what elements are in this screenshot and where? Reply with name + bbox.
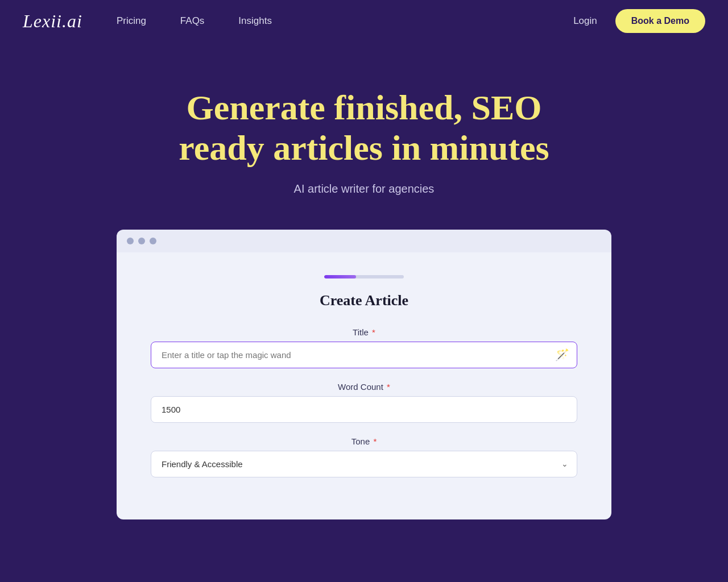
progress-bar-fill	[324, 275, 356, 278]
window-dot-2	[138, 238, 145, 244]
nav-link-insights[interactable]: Insights	[238, 15, 272, 27]
form-field-tone: Tone * Friendly & Accessible Professiona…	[151, 436, 577, 477]
progress-bar-track	[324, 275, 404, 278]
window-dot-3	[150, 238, 156, 244]
required-asterisk-tone: *	[371, 436, 377, 446]
form-label-word-count: Word Count *	[151, 382, 577, 392]
hero-subtitle: AI article writer for agencies	[294, 182, 435, 196]
book-demo-button[interactable]: Book a Demo	[615, 9, 705, 33]
window-dot-1	[127, 238, 134, 244]
form-title: Create Article	[151, 292, 577, 309]
title-input[interactable]	[151, 342, 577, 368]
login-link[interactable]: Login	[573, 15, 597, 27]
hero-title: Generate finished, SEO ready articles in…	[142, 88, 586, 169]
demo-window: Create Article Title * 🪄 Word Count *	[117, 230, 611, 519]
form-field-word-count: Word Count *	[151, 382, 577, 423]
required-asterisk-title: *	[370, 327, 375, 337]
nav-right: Login Book a Demo	[573, 9, 705, 33]
window-chrome	[117, 230, 611, 252]
progress-bar-container	[151, 275, 577, 278]
nav-links: Pricing FAQs Insights	[117, 15, 573, 27]
nav-link-faqs[interactable]: FAQs	[180, 15, 205, 27]
required-asterisk-wordcount: *	[384, 382, 390, 392]
window-body: Create Article Title * 🪄 Word Count *	[117, 252, 611, 519]
hero-section: Generate finished, SEO ready articles in…	[0, 42, 728, 542]
logo[interactable]: Lexii.ai	[23, 11, 82, 32]
form-field-title: Title * 🪄	[151, 327, 577, 368]
nav-link-pricing[interactable]: Pricing	[117, 15, 146, 27]
word-count-input[interactable]	[151, 396, 577, 423]
tone-select-wrapper: Friendly & Accessible Professional Casua…	[151, 451, 577, 477]
magic-wand-icon[interactable]: 🪄	[555, 348, 569, 361]
form-label-tone: Tone *	[151, 436, 577, 446]
title-input-wrapper: 🪄	[151, 342, 577, 368]
tone-select[interactable]: Friendly & Accessible Professional Casua…	[151, 451, 577, 477]
form-label-title: Title *	[151, 327, 577, 337]
navbar: Lexii.ai Pricing FAQs Insights Login Boo…	[0, 0, 728, 42]
